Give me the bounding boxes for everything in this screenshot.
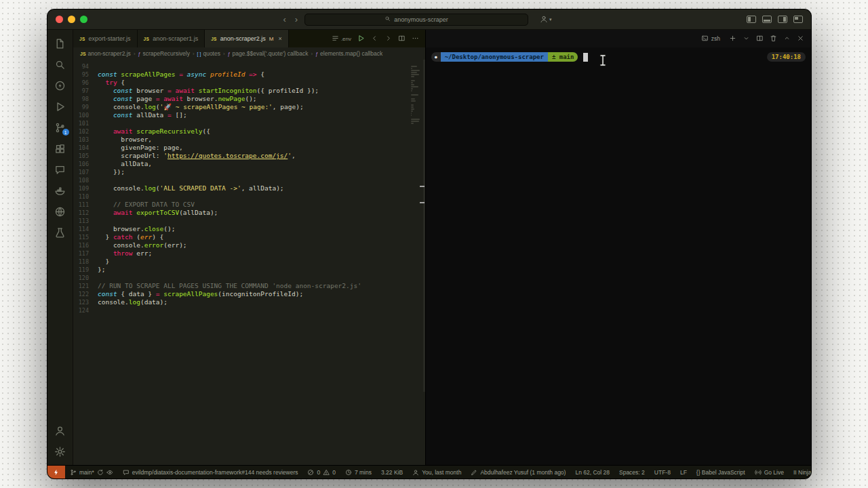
breadcrumb-item[interactable]: ƒscrapeRecursively — [138, 50, 190, 57]
code-line[interactable]: 109 console.log('ALL SCRAPED DATA ->', a… — [73, 184, 425, 192]
back-icon[interactable] — [371, 35, 378, 43]
activity-live-share[interactable] — [50, 159, 71, 180]
status-file-size[interactable]: 3.22 KiB — [376, 466, 408, 479]
activity-run-debug[interactable] — [50, 96, 71, 117]
minimize-window-button[interactable] — [68, 16, 75, 23]
split-terminal-icon[interactable] — [756, 35, 764, 43]
code-line[interactable]: 110 — [73, 192, 425, 201]
activity-remote-explorer[interactable] — [50, 201, 71, 222]
status-go-live[interactable]: Go Live — [750, 466, 789, 479]
status-blame-summary[interactable]: You, last month — [408, 466, 466, 479]
launch-profile-icon[interactable] — [743, 35, 750, 43]
minimap[interactable] — [411, 64, 420, 127]
activity-settings[interactable] — [50, 441, 71, 462]
run-icon[interactable] — [357, 35, 365, 43]
customize-layout-icon[interactable] — [793, 16, 803, 23]
sash-handle[interactable] — [420, 202, 425, 203]
code-line[interactable]: 105 scrapeUrl: 'https://quotes.toscrape.… — [73, 152, 425, 160]
activity-accounts[interactable] — [50, 420, 71, 441]
code-line[interactable]: 102 await scrapeRecursively({ — [73, 127, 425, 136]
code-line[interactable]: 104 givenPage: page, — [73, 144, 425, 152]
code-line[interactable]: 99 console.log('🚀 ~ scrapeAllPages ~ pag… — [73, 103, 425, 111]
code-line[interactable]: 124 — [73, 306, 425, 314]
env-badge[interactable]: .env — [332, 35, 351, 43]
toggle-sidebar-icon[interactable] — [747, 16, 756, 23]
code-line[interactable]: 112 await exportToCSV(allData); — [73, 209, 425, 217]
code-line[interactable]: 94 — [73, 62, 425, 70]
zoom-window-button[interactable] — [80, 16, 87, 23]
code-line[interactable]: 106 allData, — [73, 160, 425, 168]
code-line[interactable]: 115 } catch (err) { — [73, 233, 425, 241]
tab-export-starter[interactable]: JSexport-starter.js — [73, 30, 138, 47]
code-line[interactable]: 97 const browser = await startIncogniton… — [73, 87, 425, 95]
sash-handle[interactable] — [420, 186, 425, 187]
status-github-notification[interactable]: evildmp/diataxis-documentation-framework… — [118, 466, 303, 479]
code-line[interactable]: 103 browser, — [73, 136, 425, 144]
code-line[interactable]: 96 try { — [73, 79, 425, 87]
toggle-panel-icon[interactable] — [762, 16, 772, 23]
code-line[interactable]: 100 const allData = []; — [73, 111, 425, 119]
code-text: browser, — [98, 136, 152, 144]
maximize-panel-icon[interactable] — [783, 35, 791, 43]
new-terminal-icon[interactable] — [729, 35, 736, 43]
forward-icon[interactable] — [384, 35, 392, 43]
status-ninja[interactable]: II Ninja — [789, 466, 811, 479]
kill-terminal-icon[interactable] — [770, 35, 777, 43]
navigate-forward-icon[interactable]: › — [293, 15, 300, 24]
tab-label: export-starter.js — [89, 35, 131, 42]
status-encoding[interactable]: UTF-8 — [650, 466, 675, 479]
status-wakatime[interactable]: 7 mins — [340, 466, 376, 479]
code-line[interactable]: 101 — [73, 119, 425, 127]
code-line[interactable]: 121// RUN TO SCRAPE ALL PAGES USING THE … — [73, 282, 425, 290]
split-editor-icon[interactable] — [398, 35, 406, 43]
terminal-body[interactable]: ● ~/Desktop/anonymous-scraper ± main 17:… — [426, 47, 811, 465]
code-line[interactable]: 114 browser.close(); — [73, 225, 425, 233]
code-line[interactable]: 122const { data } = scrapeAllPages(incog… — [73, 290, 425, 298]
code-line[interactable]: 119}; — [73, 266, 425, 274]
activity-search[interactable] — [50, 54, 71, 75]
code-line[interactable]: 98 const page = await browser.newPage(); — [73, 95, 425, 103]
breadcrumb-item[interactable]: JSanon-scraper2.js — [80, 50, 131, 57]
status-cursor-position[interactable]: Ln 62, Col 28 — [570, 466, 614, 479]
code-line[interactable]: 107 }); — [73, 168, 425, 176]
tab-anon-scraper1[interactable]: JSanon-scraper1.js — [138, 30, 205, 47]
code-line[interactable]: 95const scrapeAllPages = async profileId… — [73, 70, 425, 79]
terminal-tab[interactable]: zsh — [701, 35, 720, 43]
profile-menu[interactable]: ▾ — [540, 14, 552, 26]
breadcrumb-item[interactable]: [ ]quotes — [197, 50, 220, 57]
status-eol[interactable]: LF — [675, 466, 692, 479]
status-blame-author[interactable]: Abdulhafeez Yusuf (1 month ago) — [466, 466, 570, 479]
close-panel-icon[interactable] — [797, 35, 804, 43]
close-window-button[interactable] — [56, 16, 63, 23]
close-icon[interactable]: × — [278, 35, 281, 42]
code-line[interactable]: 108 — [73, 176, 425, 184]
activity-thunder-client[interactable] — [50, 75, 71, 96]
status-remote-indicator[interactable] — [47, 466, 65, 479]
breadcrumb-item[interactable]: ƒpage.$$eval('.quote') callback — [228, 50, 309, 57]
breadcrumb-item[interactable]: ƒelements.map() callback — [315, 50, 382, 57]
more-actions-icon[interactable] — [412, 35, 419, 43]
editor-scrollbar[interactable] — [423, 60, 425, 392]
tab-anon-scraper2[interactable]: JSanon-scraper2.jsM× — [205, 30, 289, 47]
activity-extensions[interactable] — [50, 138, 71, 159]
navigate-back-icon[interactable]: ‹ — [281, 15, 288, 24]
activity-source-control[interactable]: 1 — [50, 117, 71, 138]
status-problems[interactable]: 00 — [302, 466, 340, 479]
line-number: 110 — [73, 192, 98, 201]
code-line[interactable]: 118 } — [73, 258, 425, 266]
code-line[interactable]: 116 console.error(err); — [73, 241, 425, 249]
activity-testing[interactable] — [50, 222, 71, 243]
activity-explorer[interactable] — [50, 33, 71, 54]
code-line[interactable]: 111 // EXPORT DATA TO CSV — [73, 201, 425, 209]
toggle-secondary-sidebar-icon[interactable] — [778, 16, 787, 23]
status-language-mode[interactable]: {} Babel JavaScript — [692, 466, 750, 479]
status-indentation[interactable]: Spaces: 2 — [614, 466, 650, 479]
code-editor[interactable]: 9495const scrapeAllPages = async profile… — [73, 60, 425, 465]
status-git-branch[interactable]: main* — [65, 466, 118, 479]
code-line[interactable]: 123console.log(data); — [73, 298, 425, 306]
code-line[interactable]: 113 — [73, 217, 425, 225]
command-center-search[interactable]: anonymous-scraper — [304, 14, 528, 26]
activity-docker[interactable] — [50, 180, 71, 201]
code-line[interactable]: 120 — [73, 274, 425, 282]
code-line[interactable]: 117 throw err; — [73, 249, 425, 258]
